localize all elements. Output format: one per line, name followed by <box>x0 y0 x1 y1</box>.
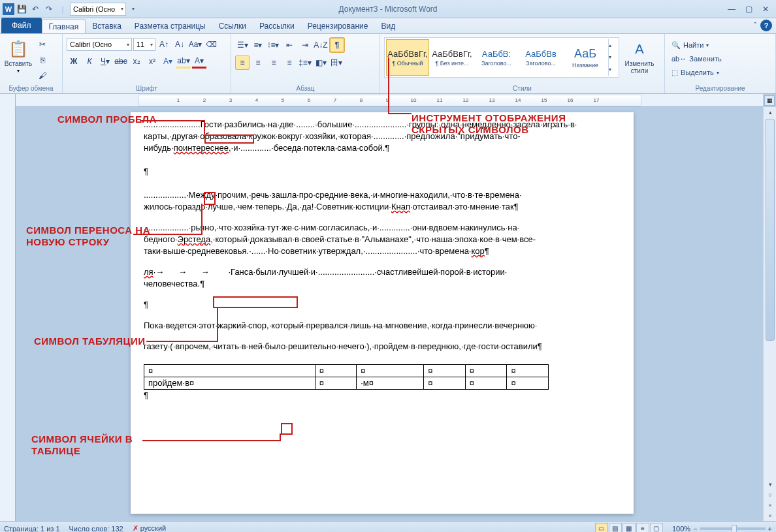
find-button[interactable]: 🔍Найти▾ <box>669 39 724 52</box>
view-draft-icon[interactable]: ▢ <box>650 523 663 533</box>
prev-page-icon[interactable]: « <box>764 500 776 510</box>
justify-icon[interactable]: ≡ <box>282 55 297 70</box>
sort-icon[interactable]: A↓Z <box>314 38 328 52</box>
decrease-indent-icon[interactable]: ⇤ <box>282 38 297 52</box>
horizontal-ruler-wrap: 1234567891011121314151617 <box>16 94 763 107</box>
zoom-out-icon[interactable]: − <box>693 525 697 533</box>
tab-view[interactable]: Вид <box>374 19 402 33</box>
line-spacing-icon[interactable]: ‡≡▾ <box>298 55 312 70</box>
scroll-thumb[interactable] <box>766 119 775 341</box>
style-heading2[interactable]: АаБбВвЗаголово... <box>519 39 562 76</box>
tab-layout[interactable]: Разметка страницы <box>128 19 212 33</box>
browse-object-icon[interactable]: ○ <box>764 490 776 500</box>
horizontal-ruler[interactable]: 1234567891011121314151617 <box>138 95 641 106</box>
ribbon-minimize-icon[interactable]: ⌃ <box>752 21 758 28</box>
format-painter-icon[interactable]: 🖌 <box>35 69 50 83</box>
style-nospacing[interactable]: АаБбВвГг,¶ Без инте... <box>430 39 474 76</box>
tab-references[interactable]: Ссылки <box>212 19 253 33</box>
numbering-icon[interactable]: ≡▾ <box>251 38 265 52</box>
style-normal[interactable]: АаБбВвГг,¶ Обычный <box>386 39 429 76</box>
shading-icon[interactable]: ◧▾ <box>314 55 328 70</box>
styles-up-icon[interactable]: ▴ <box>609 42 617 48</box>
tab-insert[interactable]: Вставка <box>86 19 128 33</box>
vertical-scrollbar[interactable]: ▴ ▾ ○ « » <box>763 107 776 521</box>
tab-mailings[interactable]: Рассылки <box>253 19 301 33</box>
save-icon[interactable]: 💾 <box>15 3 28 16</box>
status-lang[interactable]: ✗ русский <box>133 524 167 532</box>
scroll-up-icon[interactable]: ▴ <box>764 107 776 117</box>
group-styles-label: Стили <box>380 85 664 92</box>
font-color-icon[interactable]: A▾ <box>192 54 206 69</box>
view-read-icon[interactable]: ▤ <box>609 523 622 533</box>
view-outline-icon[interactable]: ≡ <box>636 523 649 533</box>
styles-down-icon[interactable]: ▾ <box>609 54 617 60</box>
tab-review[interactable]: Рецензирование <box>301 19 375 33</box>
select-button[interactable]: ⬚Выделить▾ <box>669 66 724 79</box>
align-center-icon[interactable]: ≡ <box>251 55 265 70</box>
bullets-icon[interactable]: ☰▾ <box>235 38 250 52</box>
align-left-icon[interactable]: ≡ <box>235 55 250 70</box>
paste-button[interactable]: 📋 Вставить ▾ <box>4 37 33 74</box>
strike-icon[interactable]: abc <box>114 54 128 69</box>
increase-indent-icon[interactable]: ⇥ <box>298 38 312 52</box>
align-right-icon[interactable]: ≡ <box>267 55 281 70</box>
status-page[interactable]: Страница: 1 из 1 <box>4 525 60 533</box>
undo-icon[interactable]: ↶ <box>29 3 42 16</box>
ribbon: 📋 Вставить ▾ ✂ ⎘ 🖌 Буфер обмена Calibri … <box>0 34 776 94</box>
zoom-slider[interactable] <box>700 527 766 530</box>
tab-file[interactable]: Файл <box>1 18 42 33</box>
qat-more-icon[interactable]: ▾ <box>127 3 140 16</box>
styles-more-icon[interactable]: ▾ <box>609 67 617 72</box>
shrink-font-icon[interactable]: A↓ <box>172 37 187 52</box>
scroll-down-icon[interactable]: ▾ <box>764 479 776 490</box>
ruler-toggle-icon[interactable]: ▦ <box>764 95 775 106</box>
window-title: Документ3 - Microsoft Word <box>338 5 437 14</box>
ribbon-tabs: Файл Главная Вставка Разметка страницы С… <box>0 18 776 34</box>
zoom-in-icon[interactable]: + <box>768 525 772 533</box>
document-page[interactable]: ........................Гости·разбились·… <box>131 112 634 514</box>
table-row: ¤¤¤¤¤¤ <box>144 365 549 377</box>
style-heading1[interactable]: АаБбВ:Заголово... <box>475 39 518 76</box>
close-icon[interactable]: ✕ <box>759 3 772 16</box>
style-title[interactable]: АаБНазвание <box>564 39 607 76</box>
zoom-control[interactable]: 100% − + <box>672 525 772 533</box>
doc-line: газету·(·впрочем,·читать·в·ней·было·реши… <box>144 341 621 352</box>
bold-icon[interactable]: Ж <box>67 54 81 69</box>
show-hidden-button[interactable]: ¶ <box>329 37 345 53</box>
subscript-icon[interactable]: x₂ <box>129 54 144 69</box>
highlight-icon[interactable]: ab▾ <box>176 54 191 69</box>
replace-button[interactable]: ab↔Заменить <box>669 52 724 65</box>
next-page-icon[interactable]: » <box>764 510 776 521</box>
tab-home[interactable]: Главная <box>42 19 86 33</box>
font-name-combo[interactable]: Calibri (Осно <box>67 38 132 51</box>
superscript-icon[interactable]: x² <box>145 54 159 69</box>
change-styles-button[interactable]: A Изменить стили <box>622 37 657 74</box>
vertical-ruler <box>0 94 16 521</box>
underline-icon[interactable]: Ч▾ <box>98 54 112 69</box>
doc-line: бедного·Эрстеда,·который·доказывал·в·сво… <box>144 234 621 245</box>
view-buttons: ▭ ▤ ▦ ≡ ▢ <box>595 523 663 533</box>
maximize-icon[interactable]: ▢ <box>742 3 755 16</box>
font-size-combo[interactable]: 11 <box>133 38 155 51</box>
italic-icon[interactable]: К <box>82 54 97 69</box>
text-effects-icon[interactable]: A▾ <box>161 54 175 69</box>
cut-icon[interactable]: ✂ <box>35 37 50 52</box>
clear-format-icon[interactable]: ⌫ <box>204 37 218 52</box>
qat-font-combo[interactable]: Calibri (Осно <box>70 3 126 16</box>
change-case-icon[interactable]: Aa▾ <box>188 37 202 52</box>
view-web-icon[interactable]: ▦ <box>622 523 636 533</box>
styles-gallery[interactable]: АаБбВвГг,¶ Обычный АаБбВвГг,¶ Без инте..… <box>384 37 619 78</box>
help-icon[interactable]: ? <box>760 20 772 31</box>
annotation-tab: СИМВОЛ ТАБУЛЯЦИИ <box>34 336 146 347</box>
view-print-icon[interactable]: ▭ <box>595 523 608 533</box>
borders-icon[interactable]: 田▾ <box>329 55 344 70</box>
zoom-level[interactable]: 100% <box>672 525 690 533</box>
status-words[interactable]: Число слов: 132 <box>69 525 123 533</box>
grow-font-icon[interactable]: A↑ <box>157 37 171 52</box>
paste-icon: 📋 <box>8 39 29 59</box>
copy-icon[interactable]: ⎘ <box>35 53 50 67</box>
doc-pilcrow: ¶ <box>144 166 621 178</box>
minimize-icon[interactable]: — <box>725 3 738 16</box>
redo-icon[interactable]: ↷ <box>42 3 56 16</box>
multilevel-icon[interactable]: ⁝≡▾ <box>267 38 281 52</box>
